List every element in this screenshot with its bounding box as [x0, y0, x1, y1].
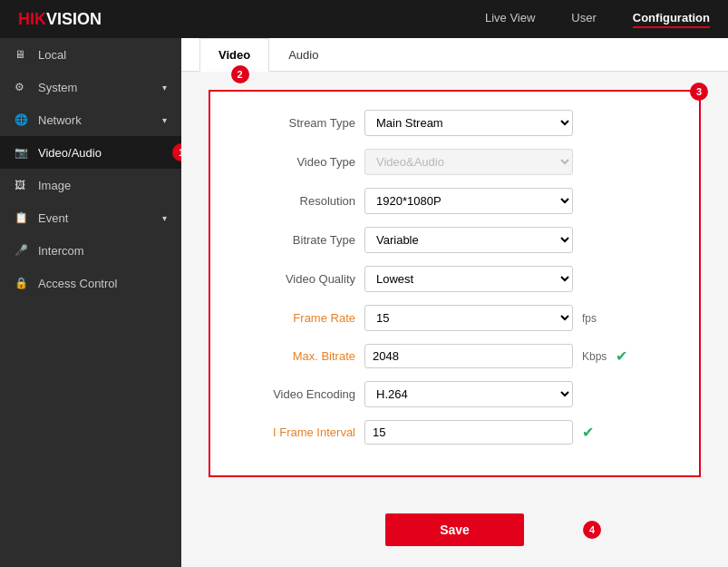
video-quality-label: Video Quality: [238, 272, 355, 286]
system-icon: [15, 80, 29, 94]
bitrate-type-select[interactable]: Variable Constant: [364, 227, 573, 253]
main-layout: Local System ▾ Network ▾ Video/Audio 1 I…: [0, 38, 728, 567]
resolution-label: Resolution: [238, 194, 355, 208]
sidebar-label-event: Event: [38, 211, 68, 225]
sidebar-item-image[interactable]: Image: [0, 169, 181, 201]
sidebar-label-system: System: [38, 81, 77, 94]
annotation-4: 4: [583, 521, 601, 539]
max-bitrate-unit: Kbps: [582, 350, 607, 363]
nav-configuration[interactable]: Configuration: [633, 11, 710, 28]
frame-rate-select[interactable]: 15 25 30: [364, 305, 573, 331]
event-icon: [15, 210, 29, 225]
frame-rate-unit: fps: [582, 312, 597, 325]
max-bitrate-check-icon: ✔: [616, 347, 627, 365]
annotation-3: 3: [690, 83, 708, 101]
top-navigation: HIKVISION Live View User Configuration: [0, 0, 728, 38]
sidebar-label-access-control: Access Control: [38, 277, 117, 290]
tab-audio-label: Audio: [288, 48, 318, 62]
sidebar-label-video-audio: Video/Audio: [38, 146, 102, 160]
monitor-icon: [15, 47, 29, 62]
chevron-down-icon: ▾: [162, 115, 167, 125]
resolution-row: Resolution 1920*1080P 1280*720P: [238, 188, 672, 214]
video-type-row: Video Type Video&Audio: [238, 149, 672, 175]
stream-type-label: Stream Type: [238, 116, 355, 130]
tabs-bar: Video 2 Audio: [181, 38, 728, 72]
sidebar-label-image: Image: [38, 179, 71, 192]
max-bitrate-input[interactable]: [364, 344, 573, 368]
iframe-interval-check-icon: ✔: [582, 424, 594, 441]
chevron-down-icon: ▾: [162, 213, 167, 223]
image-icon: [15, 178, 29, 192]
sidebar-label-intercom: Intercom: [38, 244, 84, 258]
nav-live-view[interactable]: Live View: [485, 11, 535, 28]
stream-type-row: Stream Type Main Stream Sub Stream: [238, 110, 672, 136]
access-icon: [15, 276, 29, 290]
annotation-1: 1: [172, 143, 181, 161]
tab-audio[interactable]: Audio: [269, 38, 337, 72]
save-button[interactable]: Save: [385, 513, 524, 546]
save-area: Save 4: [181, 513, 728, 546]
video-icon: [15, 145, 29, 160]
video-encoding-label: Video Encoding: [238, 387, 355, 401]
frame-rate-row: Frame Rate 15 25 30 fps: [238, 305, 672, 331]
stream-type-select[interactable]: Main Stream Sub Stream: [364, 110, 573, 136]
video-quality-row: Video Quality Lowest Low Medium High Hig…: [238, 266, 672, 292]
sidebar-item-event[interactable]: Event ▾: [0, 201, 181, 234]
logo: HIKVISION: [18, 10, 102, 29]
sidebar-item-network[interactable]: Network ▾: [0, 103, 181, 136]
video-encoding-select[interactable]: H.264 H.265: [364, 381, 573, 407]
video-quality-select[interactable]: Lowest Low Medium High Highest: [364, 266, 573, 292]
bitrate-type-row: Bitrate Type Variable Constant: [238, 227, 672, 253]
tab-video-label: Video: [218, 48, 250, 62]
sidebar-item-intercom[interactable]: Intercom: [0, 234, 181, 267]
resolution-select[interactable]: 1920*1080P 1280*720P: [364, 188, 573, 214]
sidebar-label-network: Network: [38, 113, 82, 127]
main-content: Video 2 Audio 3 Stream Type Main Stream …: [181, 38, 728, 567]
sidebar-item-system[interactable]: System ▾: [0, 71, 181, 103]
bitrate-type-label: Bitrate Type: [238, 233, 355, 247]
video-type-label: Video Type: [238, 155, 355, 169]
form-panel: 3 Stream Type Main Stream Sub Stream Vid…: [209, 90, 701, 477]
tab-video[interactable]: Video 2: [199, 38, 269, 72]
sidebar-item-local[interactable]: Local: [0, 38, 181, 71]
sidebar-label-local: Local: [38, 48, 66, 62]
iframe-interval-input[interactable]: [364, 420, 573, 445]
max-bitrate-label: Max. Bitrate: [238, 349, 355, 363]
iframe-interval-label: I Frame Interval: [238, 425, 355, 439]
nav-user[interactable]: User: [571, 11, 596, 28]
max-bitrate-row: Max. Bitrate Kbps ✔: [238, 344, 672, 368]
intercom-icon: [15, 243, 29, 258]
iframe-interval-row: I Frame Interval ✔: [238, 420, 672, 445]
logo-vision: VISION: [46, 10, 102, 28]
nav-links: Live View User Configuration: [485, 11, 710, 28]
sidebar-item-access-control[interactable]: Access Control: [0, 267, 181, 299]
video-encoding-row: Video Encoding H.264 H.265: [238, 381, 672, 407]
annotation-2: 2: [231, 65, 249, 83]
video-type-select: Video&Audio: [364, 149, 573, 175]
network-icon: [15, 112, 29, 127]
chevron-down-icon: ▾: [162, 83, 167, 93]
sidebar-item-video-audio[interactable]: Video/Audio 1: [0, 136, 181, 169]
logo-hik: HIK: [18, 10, 46, 28]
sidebar: Local System ▾ Network ▾ Video/Audio 1 I…: [0, 38, 181, 567]
frame-rate-label: Frame Rate: [238, 311, 355, 325]
